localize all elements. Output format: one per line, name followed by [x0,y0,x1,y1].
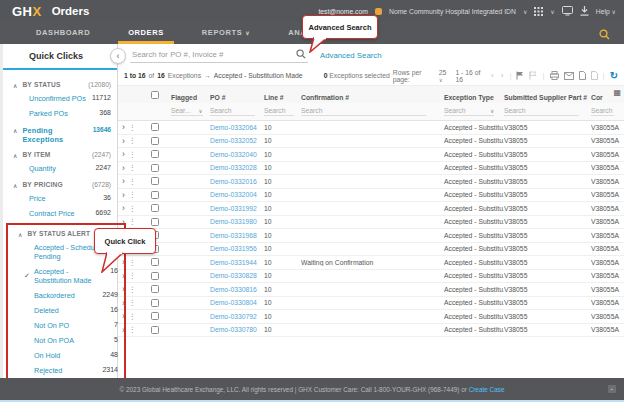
user-email-link[interactable]: test@nome.com [318,8,368,15]
sidebar-item[interactable]: Rejected2314 [8,363,124,378]
footer-widget-icon[interactable]: ▪ [608,385,616,393]
po-number-link[interactable]: Demo-0330828 [210,272,257,279]
column-search-input[interactable]: Sear...∨ [171,107,203,116]
column-header-0[interactable]: Flagged [171,86,210,104]
row-menu-icon[interactable]: ⋮ [129,326,137,334]
table-row[interactable]: ›⋮Demo-033079210Accepted - Substitu...V3… [118,310,624,324]
row-menu-icon[interactable]: ⋮ [129,191,137,199]
print-icon[interactable] [550,71,559,80]
sidebar-item[interactable]: Not On POA5 [8,333,124,348]
nav-tab-dashboard[interactable]: DASHBOARD [30,28,96,44]
column-search-input[interactable]: Search [504,107,579,116]
table-row[interactable]: ›⋮Demo-033204010Accepted - Substitu...V3… [118,148,624,162]
row-menu-icon[interactable]: ⋮ [129,272,137,280]
row-checkbox[interactable] [151,258,159,266]
export-document-alt-icon[interactable] [591,71,598,80]
table-row[interactable]: ›⋮Demo-033200410Accepted - Substitu...V3… [118,189,624,203]
po-number-link[interactable]: Demo-0332016 [210,178,257,185]
table-row[interactable]: ›⋮Demo-033194410Waiting on ConfirmationA… [118,256,624,270]
expand-row-icon[interactable]: › [122,137,125,146]
po-number-link[interactable]: Demo-0332028 [210,164,257,171]
row-checkbox[interactable] [151,326,159,334]
sidebar-item[interactable]: On Hold48 [8,348,124,363]
expand-row-icon[interactable]: › [122,177,125,186]
row-checkbox[interactable] [151,272,159,280]
row-menu-icon[interactable]: ⋮ [129,313,137,321]
nav-tab-reports[interactable]: REPORTS∨ [196,28,256,44]
column-header-3[interactable]: Confirmation # [301,86,444,104]
advanced-search-link[interactable]: Advanced Search [320,51,382,60]
row-checkbox[interactable] [151,312,159,320]
column-picker-icon[interactable]: ▦ [613,88,621,97]
row-menu-icon[interactable]: ⋮ [129,218,137,226]
rows-per-page-select[interactable]: 25 ∨ [439,69,451,83]
sidebar-collapse-button[interactable]: ‹ [110,48,126,64]
sidebar-item[interactable]: Deleted16 [8,303,124,318]
sidebar-item[interactable]: Price36 [3,191,117,206]
sidebar-item[interactable]: Backordered2249 [8,288,124,303]
sidebar-item[interactable]: Not On PO7 [8,318,124,333]
row-checkbox[interactable] [151,177,159,185]
search-icon[interactable] [296,49,306,59]
prev-page-icon[interactable]: ‹ [490,71,495,80]
global-search-icon[interactable] [599,29,610,44]
po-number-link[interactable]: Demo-0331956 [210,245,257,252]
apps-grid-icon[interactable] [534,7,543,16]
expand-row-icon[interactable]: › [122,164,125,173]
row-menu-icon[interactable]: ⋮ [129,124,137,132]
row-checkbox[interactable] [151,299,159,307]
expand-row-icon[interactable]: › [122,150,125,159]
column-header-2[interactable]: Line # [264,86,301,104]
sidebar-item[interactable]: Unconfirmed POs11712 [3,91,117,106]
row-checkbox[interactable] [151,204,159,212]
sidebar-group-header[interactable]: ∧BY PRICING(6728) [3,176,117,191]
table-row[interactable]: ›⋮Demo-033198010Accepted - Substitu...V3… [118,216,624,230]
expand-row-icon[interactable]: › [122,191,125,200]
table-row[interactable]: ›⋮Demo-033195610Accepted - Substitu...V3… [118,243,624,257]
expand-row-icon[interactable]: › [122,123,125,132]
po-number-link[interactable]: Demo-0330804 [210,299,257,306]
table-row[interactable]: ›⋮Demo-033199210Accepted - Substitu...V3… [118,202,624,216]
sidebar-group-header[interactable]: ∧Pending Exceptions13646 [3,121,117,146]
column-search-input[interactable]: Search [591,107,614,116]
row-checkbox[interactable] [151,285,159,293]
row-checkbox[interactable] [151,191,159,199]
row-checkbox[interactable] [151,123,159,131]
download-icon[interactable] [580,6,589,16]
row-checkbox[interactable] [151,218,159,226]
create-case-link[interactable]: Create Case [469,386,505,393]
column-header-4[interactable]: Exception Type [444,86,504,104]
email-icon[interactable] [564,72,574,80]
sidebar-group-header[interactable]: ∧BY ITEM(2247) [3,146,117,161]
column-search-input[interactable]: Search∨ [444,107,494,116]
row-menu-icon[interactable]: ⋮ [129,205,137,213]
sidebar-item[interactable]: Parked POs368 [3,106,117,121]
select-all-checkbox[interactable] [151,91,159,99]
row-menu-icon[interactable]: ⋮ [129,299,137,307]
table-row[interactable]: ›⋮Demo-033202810Accepted - Substitu...V3… [118,162,624,176]
po-number-link[interactable]: Demo-0330780 [210,326,257,333]
table-row[interactable]: ›⋮Demo-033201610Accepted - Substitu...V3… [118,175,624,189]
po-number-link[interactable]: Demo-0331944 [210,259,257,266]
column-search-input[interactable]: Search [301,107,426,116]
po-number-link[interactable]: Demo-0331980 [210,218,257,225]
expand-row-icon[interactable]: › [122,204,125,213]
sidebar-group-header[interactable]: ∧BY STATUS(12080) [3,76,117,91]
sidebar-item[interactable]: Quantity2247 [3,161,117,176]
row-menu-icon[interactable]: ⋮ [129,178,137,186]
po-number-link[interactable]: Demo-0332064 [210,124,257,131]
row-menu-icon[interactable]: ⋮ [129,151,137,159]
column-header-1[interactable]: PO # [210,86,264,104]
po-number-link[interactable]: Demo-0332052 [210,137,257,144]
nav-tab-orders[interactable]: ORDERS [122,28,170,44]
column-search-input[interactable]: Search [264,107,294,116]
unflag-icon[interactable] [529,71,537,80]
po-number-link[interactable]: Demo-0331992 [210,205,257,212]
row-menu-icon[interactable]: ⋮ [129,286,137,294]
table-row[interactable]: ›⋮Demo-033206410Accepted - Substitu...V3… [118,121,624,135]
table-row[interactable]: ›⋮Demo-033078010Accepted - Substitu...V3… [118,324,624,338]
po-number-link[interactable]: Demo-0331968 [210,232,257,239]
export-document-icon[interactable] [579,71,586,80]
sidebar-item[interactable]: Contract Price6692 [3,206,117,221]
table-row[interactable]: ›⋮Demo-033082810Accepted - Substitu...V3… [118,270,624,284]
